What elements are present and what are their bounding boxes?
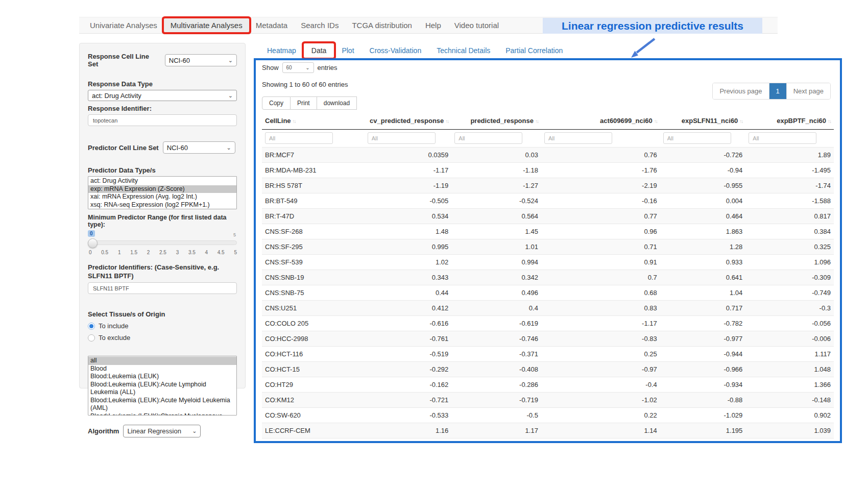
table-row[interactable]: BR:BT-549 -0.505 -0.524 -0.16 0.004 -1.5… <box>262 193 834 209</box>
predictor-cell-line-set-select[interactable]: NCI-60 ⌄ <box>163 141 235 154</box>
export-button[interactable]: download <box>317 96 357 110</box>
result-tab[interactable]: Plot <box>334 43 361 58</box>
act609699-value: -0.16 <box>541 193 660 209</box>
result-tab[interactable]: Technical Details <box>429 43 498 58</box>
table-row[interactable]: BR:HS 578T -1.19 -1.27 -2.19 -0.955 -1.7… <box>262 178 834 193</box>
sort-icon[interactable]: ↑↓ <box>535 118 538 124</box>
tissue-origin-radio[interactable]: To exclude <box>88 334 237 341</box>
slider-value-bubble: 0 <box>88 230 95 237</box>
act609699-value: -0.97 <box>541 362 660 377</box>
tab-label: Heatmap <box>267 46 296 55</box>
column-filter-input[interactable] <box>749 132 816 144</box>
previous-page-button[interactable]: Previous page <box>713 83 768 99</box>
table-row[interactable]: LE:CCRF-CEM 1.16 1.17 1.14 1.195 1.039 <box>262 423 834 438</box>
listbox-option[interactable]: all <box>88 357 236 365</box>
table-row[interactable]: CO:KM12 -0.721 -0.719 -1.02 -0.88 -0.148 <box>262 393 834 408</box>
table-row[interactable]: CNS:U251 0.412 0.4 0.83 0.717 -0.3 <box>262 301 834 316</box>
listbox-option[interactable]: Blood:Leukemia (LEUK):Acute Myeloid Leuk… <box>88 397 236 412</box>
column-filter-input[interactable] <box>663 132 731 144</box>
cell-line: CNS:SF-268 <box>262 224 365 239</box>
cv-predicted-response-value: -0.721 <box>365 393 452 408</box>
listbox-option[interactable]: Blood:Leukemia (LEUK):Chronic Myelogenou… <box>88 412 236 416</box>
table-row[interactable]: CO:COLO 205 -0.616 -0.619 -1.17 -0.782 -… <box>262 316 834 331</box>
column-header[interactable]: CellLine↑↓ <box>262 113 365 130</box>
table-row[interactable]: LE:HL-60(TB) 0.951 0.934 0.68 1.307 0.03… <box>262 438 834 444</box>
table-row[interactable]: CO:HCT-15 -0.292 -0.408 -0.97 -0.966 1.0… <box>262 362 834 377</box>
expBPTF-value: -0.006 <box>745 331 834 347</box>
table-row[interactable]: BR:T-47D 0.534 0.564 0.77 0.464 0.817 <box>262 209 834 224</box>
result-tab[interactable]: Data <box>304 43 334 58</box>
table-row[interactable]: CNS:SF-539 1.02 0.994 0.91 0.933 1.096 <box>262 255 834 270</box>
response-data-type-select[interactable]: act: Drug Activity ⌄ <box>88 90 237 101</box>
predictor-identifiers-input[interactable]: SLFN11 BPTF <box>88 282 237 294</box>
nav-item[interactable]: Multivariate Analyses <box>164 18 249 32</box>
sort-icon[interactable]: ↑↓ <box>828 118 831 124</box>
cv-predicted-response-value: 0.44 <box>365 285 452 301</box>
predictor-data-types-label: Predictor Data Type/s <box>88 166 237 174</box>
sort-icon[interactable]: ↑↓ <box>445 118 448 124</box>
export-button[interactable]: Copy <box>262 96 291 110</box>
listbox-option[interactable]: exp: mRNA Expression (Z-Score) <box>88 185 236 193</box>
predicted-response-value: -0.371 <box>451 347 541 362</box>
response-cell-line-set-select[interactable]: NCI-60 ⌄ <box>165 54 237 66</box>
slider-track[interactable] <box>88 240 237 245</box>
listbox-option[interactable]: xai: mRNA Expression (Avg. log2 Int.) <box>88 193 236 201</box>
show-entries-select[interactable]: 60 ⌄ <box>282 62 314 73</box>
radio-label: To include <box>99 322 129 330</box>
cv-predicted-response-value: -0.533 <box>365 408 452 423</box>
table-row[interactable]: CO:HCC-2998 -0.761 -0.746 -0.83 -0.977 -… <box>262 331 834 347</box>
slider-handle[interactable] <box>88 238 98 248</box>
listbox-option[interactable]: Blood:Leukemia (LEUK):Acute Lymphoid Leu… <box>88 381 236 397</box>
listbox-option[interactable]: act: Drug Activity <box>88 177 236 185</box>
column-header[interactable]: act609699_nci60↑↓ <box>541 113 660 130</box>
result-tab[interactable]: Cross-Validation <box>362 43 429 58</box>
table-row[interactable]: CNS:SNB-75 0.44 0.496 0.68 1.04 -0.749 <box>262 285 834 301</box>
column-filter-input[interactable] <box>454 132 522 144</box>
export-button[interactable]: Print <box>291 96 317 110</box>
listbox-option[interactable]: Blood <box>88 365 236 373</box>
result-tab[interactable]: Heatmap <box>259 43 304 58</box>
table-row[interactable]: CNS:SNB-19 0.343 0.342 0.7 0.641 -0.309 <box>262 270 834 285</box>
predicted-response-value: -0.286 <box>451 377 541 393</box>
algorithm-select[interactable]: Linear Regression ⌄ <box>123 425 201 437</box>
result-tab[interactable]: Partial Correlation <box>498 43 570 58</box>
slider-tick: 2 <box>147 250 150 255</box>
sort-icon[interactable]: ↑↓ <box>739 118 742 124</box>
sort-icon[interactable]: ↑↓ <box>654 118 657 124</box>
nav-item[interactable]: TCGA distribution <box>345 18 419 32</box>
column-filter-input[interactable] <box>265 132 333 144</box>
tab-label: Data <box>311 46 327 55</box>
nav-item[interactable]: Help <box>419 18 448 32</box>
listbox-option[interactable]: Blood:Leukemia (LEUK) <box>88 373 236 381</box>
column-header[interactable]: cv_predicted_response↑↓ <box>365 113 452 130</box>
nav-item[interactable]: Metadata <box>249 18 295 32</box>
table-row[interactable]: CNS:SF-295 0.995 1.01 0.71 1.28 0.325 <box>262 239 834 255</box>
response-identifier-input[interactable]: topotecan <box>88 114 237 126</box>
page-number-button[interactable]: 1 <box>769 83 786 99</box>
act609699-value: -1.76 <box>541 163 660 178</box>
table-row[interactable]: CNS:SF-268 1.48 1.45 0.96 1.863 0.384 <box>262 224 834 239</box>
nav-item[interactable]: Search IDs <box>294 18 345 32</box>
column-header[interactable]: expBPTF_nci60↑↓ <box>745 113 834 130</box>
table-row[interactable]: BR:MCF7 0.0359 0.03 0.76 -0.726 1.89 <box>262 148 834 163</box>
column-header[interactable]: expSLFN11_nci60↑↓ <box>660 113 746 130</box>
table-row[interactable]: CO:HT29 -0.162 -0.286 -0.4 -0.934 1.366 <box>262 377 834 393</box>
tissue-origin-radio[interactable]: To include <box>88 322 237 330</box>
expSLFN11-value: -0.934 <box>660 377 746 393</box>
slider-tick-labels: 0 0.5 1 1.5 2 2.5 3 3.5 4 4.5 5 <box>89 250 237 255</box>
listbox-option[interactable]: xsq: RNA-seq Expression (log2 FPKM+1.) <box>88 201 236 209</box>
table-row[interactable]: CO:SW-620 -0.533 -0.5 0.22 -1.029 0.902 <box>262 408 834 423</box>
column-header[interactable]: predicted_response↑↓ <box>451 113 541 130</box>
expSLFN11-value: -0.944 <box>660 347 746 362</box>
expSLFN11-value: -0.94 <box>660 163 746 178</box>
table-row[interactable]: BR:MDA-MB-231 -1.17 -1.18 -1.76 -0.94 -1… <box>262 163 834 178</box>
next-page-button[interactable]: Next page <box>786 83 830 99</box>
nav-item[interactable]: Univariate Analyses <box>83 18 164 32</box>
column-filter-input[interactable] <box>544 132 612 144</box>
nav-item[interactable]: Video tutorial <box>448 18 505 32</box>
table-row[interactable]: CO:HCT-116 -0.519 -0.371 0.25 -0.944 1.1… <box>262 347 834 362</box>
column-filter-input[interactable] <box>368 132 436 144</box>
sort-icon[interactable]: ↑↓ <box>293 118 296 124</box>
cv-predicted-response-value: -0.162 <box>365 377 452 393</box>
predictor-cell-line-set-label: Predictor Cell Line Set <box>88 144 159 152</box>
